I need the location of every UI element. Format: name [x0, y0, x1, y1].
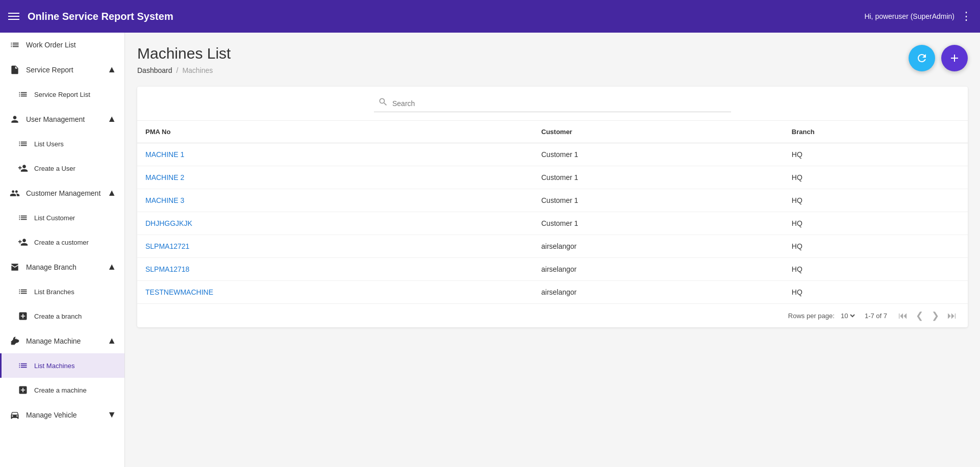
machine-pma-link[interactable]: DHJHGGJKJK	[137, 212, 533, 235]
search-bar	[137, 87, 968, 121]
breadcrumb-parent[interactable]: Dashboard	[137, 66, 172, 74]
machine-pma-link[interactable]: MACHINE 3	[137, 189, 533, 212]
description-icon	[10, 65, 20, 75]
machine-branch: HQ	[784, 235, 968, 258]
list-icon	[18, 287, 28, 297]
table-footer: Rows per page: 10 25 50 1-7 of 7 ⏮ ❮ ❯ ⏭	[137, 303, 968, 327]
add-box-icon	[18, 385, 28, 395]
sidebar-item-list-machines[interactable]: List Machines	[0, 353, 124, 378]
machine-pma-link[interactable]: SLPMA12721	[137, 235, 533, 258]
machine-pma-link[interactable]: TESTNEWMACHINE	[137, 281, 533, 304]
table-row: TESTNEWMACHINE airselangor HQ	[137, 281, 968, 304]
machine-customer: Customer 1	[533, 143, 784, 166]
sidebar-item-label: Manage Branch	[26, 263, 77, 271]
machine-branch: HQ	[784, 281, 968, 304]
sidebar-item-label: Manage Machine	[26, 337, 81, 345]
table-row: DHJHGGJKJK Customer 1 HQ	[137, 212, 968, 235]
sidebar-item-service-report[interactable]: Service Report ▲	[0, 57, 124, 82]
sidebar-item-manage-vehicle[interactable]: Manage Vehicle ▼	[0, 402, 124, 427]
app-title: Online Service Report System	[28, 11, 173, 22]
list-icon	[18, 360, 28, 371]
first-page-button[interactable]: ⏮	[895, 309, 911, 322]
list-icon	[18, 213, 28, 223]
table-header-row: PMA No Customer Branch	[137, 121, 968, 143]
breadcrumb-current: Machines	[182, 66, 213, 74]
search-input[interactable]	[392, 99, 727, 108]
list-icon	[10, 40, 20, 50]
main-content: Machines List Dashboard / Machines	[125, 33, 980, 467]
machine-pma-link[interactable]: MACHINE 2	[137, 166, 533, 189]
sidebar-item-label: Work Order List	[26, 41, 76, 49]
machine-pma-link[interactable]: SLPMA12718	[137, 258, 533, 281]
sidebar-item-label: User Management	[26, 115, 85, 123]
refresh-button[interactable]	[909, 45, 935, 71]
sidebar-item-label: List Machines	[34, 362, 74, 370]
machines-table-card: PMA No Customer Branch MACHINE 1 Custome…	[137, 87, 968, 327]
sidebar-item-service-report-list[interactable]: Service Report List	[0, 82, 124, 107]
table-row: MACHINE 2 Customer 1 HQ	[137, 166, 968, 189]
sidebar-item-create-machine[interactable]: Create a machine	[0, 378, 124, 402]
sidebar-item-customer-management[interactable]: Customer Management ▲	[0, 180, 124, 205]
machine-branch: HQ	[784, 258, 968, 281]
sidebar-item-list-users[interactable]: List Users	[0, 132, 124, 156]
sidebar-item-label: Create a machine	[34, 386, 87, 394]
next-page-button[interactable]: ❯	[928, 309, 942, 322]
machine-customer: Customer 1	[533, 212, 784, 235]
machine-customer: Customer 1	[533, 166, 784, 189]
sidebar-item-manage-machine[interactable]: Manage Machine ▲	[0, 328, 124, 353]
sidebar-item-label: Service Report	[26, 66, 73, 74]
sidebar-item-label: List Branches	[34, 288, 74, 296]
sidebar-item-label: Customer Management	[26, 189, 100, 197]
table-row: MACHINE 3 Customer 1 HQ	[137, 189, 968, 212]
sidebar-item-list-branches[interactable]: List Branches	[0, 279, 124, 304]
machine-branch: HQ	[784, 166, 968, 189]
person-add-icon	[18, 237, 28, 247]
sidebar-item-create-branch[interactable]: Create a branch	[0, 304, 124, 328]
sidebar-item-create-customer[interactable]: Create a customer	[0, 230, 124, 254]
machines-table: PMA No Customer Branch MACHINE 1 Custome…	[137, 121, 968, 303]
more-options-icon[interactable]: ⋮	[961, 11, 972, 22]
machine-branch: HQ	[784, 212, 968, 235]
list-icon	[18, 139, 28, 149]
rows-per-page-select[interactable]: 10 25 50	[839, 312, 857, 320]
add-button[interactable]	[941, 45, 968, 71]
page-title: Machines List	[137, 45, 968, 62]
machine-branch: HQ	[784, 189, 968, 212]
machine-pma-link[interactable]: MACHINE 1	[137, 143, 533, 166]
col-branch: Branch	[784, 121, 968, 143]
person-icon	[10, 114, 20, 124]
sidebar-item-user-management[interactable]: User Management ▲	[0, 107, 124, 132]
hamburger-menu[interactable]	[8, 13, 19, 20]
chevron-up-icon: ▲	[107, 335, 116, 346]
sidebar-item-work-order-list[interactable]: Work Order List	[0, 33, 124, 57]
app-bar: Online Service Report System Hi, powerus…	[0, 0, 980, 33]
chevron-up-icon: ▲	[107, 114, 116, 124]
sidebar-item-label: Create a branch	[34, 313, 82, 320]
col-pma-no: PMA No	[137, 121, 533, 143]
directions-car-icon	[10, 410, 20, 420]
person-add-icon	[18, 163, 28, 173]
sidebar-item-label: List Customer	[34, 214, 75, 222]
machine-customer: airselangor	[533, 235, 784, 258]
build-icon	[10, 336, 20, 346]
sidebar-item-label: Create a customer	[34, 239, 89, 246]
pagination-info: 1-7 of 7	[865, 312, 887, 320]
prev-page-button[interactable]: ❮	[913, 309, 926, 322]
machine-customer: airselangor	[533, 258, 784, 281]
last-page-button[interactable]: ⏭	[944, 309, 960, 322]
sidebar-item-manage-branch[interactable]: Manage Branch ▲	[0, 254, 124, 279]
chevron-up-icon: ▲	[107, 64, 116, 75]
table-row: MACHINE 1 Customer 1 HQ	[137, 143, 968, 166]
sidebar-item-create-user[interactable]: Create a User	[0, 156, 124, 180]
breadcrumb-separator: /	[177, 66, 179, 74]
sidebar-item-label: Manage Vehicle	[26, 411, 77, 419]
table-row: SLPMA12718 airselangor HQ	[137, 258, 968, 281]
pagination-arrows: ⏮ ❮ ❯ ⏭	[895, 309, 960, 322]
sidebar-item-list-customer[interactable]: List Customer	[0, 205, 124, 230]
sidebar: Work Order List Service Report ▲ Service…	[0, 33, 125, 467]
breadcrumb: Dashboard / Machines	[137, 66, 968, 74]
machine-branch: HQ	[784, 143, 968, 166]
rows-per-page: Rows per page: 10 25 50	[788, 312, 857, 320]
search-icon	[378, 97, 388, 110]
machine-customer: airselangor	[533, 281, 784, 304]
